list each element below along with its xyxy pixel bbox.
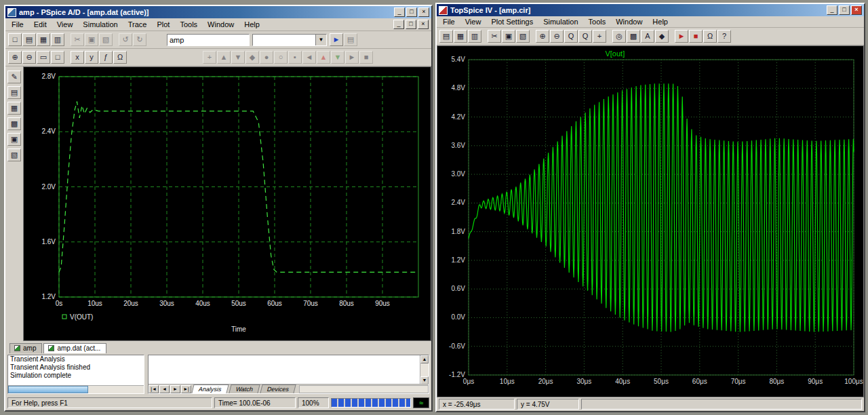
output-tab-watch[interactable]: Watch bbox=[229, 384, 260, 393]
zoom-window-icon[interactable]: Q bbox=[564, 30, 578, 43]
open-icon[interactable]: ▤ bbox=[439, 30, 453, 43]
chevron-down-icon[interactable]: ▼ bbox=[315, 35, 326, 45]
simulation-settings-icon[interactable]: Ω bbox=[703, 30, 717, 43]
pspice-waveform-plot[interactable]: 0s10us20us30us40us50us60us70us80us90us1.… bbox=[23, 66, 431, 341]
mark-voltage-icon[interactable]: ▲ bbox=[317, 51, 330, 64]
help-icon[interactable]: ? bbox=[717, 30, 731, 43]
menu-help[interactable]: Help bbox=[239, 19, 264, 30]
scroll-up-icon[interactable]: ▲ bbox=[420, 355, 429, 363]
close-button[interactable]: × bbox=[418, 7, 429, 17]
zoom-in-icon[interactable]: ⊕ bbox=[8, 51, 22, 64]
add-marker-icon[interactable]: ◆ bbox=[655, 30, 669, 43]
undo-icon[interactable]: ↺ bbox=[119, 33, 132, 46]
cut-icon[interactable]: ✂ bbox=[71, 33, 84, 46]
view-simulation-results-icon[interactable]: ▤ bbox=[344, 33, 357, 46]
menu-tools[interactable]: Tools bbox=[175, 19, 202, 30]
menu-view[interactable]: View bbox=[52, 19, 78, 30]
menu-plot[interactable]: Plot bbox=[152, 19, 174, 30]
overlay-plot-icon[interactable]: ▩ bbox=[627, 30, 640, 43]
minimize-button[interactable]: _ bbox=[827, 5, 837, 15]
menu-simulation[interactable]: Simulation bbox=[538, 16, 583, 27]
topspice-titlebar[interactable]: TopSpice IV - [amp.cir] _ □ × bbox=[437, 4, 864, 16]
menu-simulation[interactable]: Simulation bbox=[78, 19, 122, 30]
print-icon[interactable]: ▥ bbox=[468, 30, 481, 43]
status-pane-hscrollbar[interactable] bbox=[8, 385, 144, 393]
output-tabs-hscrollbar[interactable] bbox=[299, 385, 429, 393]
menu-tools[interactable]: Tools bbox=[584, 16, 611, 27]
tab-nav-arrow-icon[interactable]: ► bbox=[170, 385, 180, 393]
mdi-restore-button[interactable]: □ bbox=[406, 20, 416, 29]
zoom-full-icon[interactable]: Q bbox=[578, 30, 592, 43]
edit-schematic-icon[interactable]: ✎ bbox=[7, 71, 21, 83]
menu-help[interactable]: Help bbox=[648, 16, 673, 27]
paste-icon[interactable]: ▧ bbox=[99, 33, 113, 46]
log-x-axis-icon[interactable]: x bbox=[71, 51, 84, 64]
cursor-slope-icon[interactable]: ◆ bbox=[245, 51, 259, 64]
mdi-minimize-button[interactable]: _ bbox=[393, 20, 404, 29]
tab-amp-schematic[interactable]: amp bbox=[9, 343, 42, 353]
menu-file[interactable]: File bbox=[438, 16, 460, 27]
save-icon[interactable]: ▦ bbox=[37, 33, 50, 46]
copy-icon[interactable]: ▣ bbox=[502, 30, 515, 43]
simulation-profile-input[interactable] bbox=[167, 34, 250, 46]
open-icon[interactable]: ▤ bbox=[22, 33, 36, 46]
tab-nav-arrow-icon[interactable]: ►| bbox=[181, 385, 191, 393]
eval-measurement-icon[interactable]: ■ bbox=[359, 51, 373, 64]
print-icon[interactable]: ▥ bbox=[51, 33, 64, 46]
save-icon[interactable]: ▦ bbox=[454, 30, 467, 43]
output-pane-vscrollbar[interactable]: ▲ ▼ bbox=[420, 355, 429, 384]
output-tab-devices[interactable]: Devices bbox=[260, 384, 296, 393]
zoom-out-icon[interactable]: ⊖ bbox=[550, 30, 564, 43]
stop-simulation-icon[interactable]: ■ bbox=[689, 30, 703, 43]
menu-trace[interactable]: Trace bbox=[123, 19, 152, 30]
menu-view[interactable]: View bbox=[460, 16, 486, 27]
tab-nav-arrow-icon[interactable]: |◄ bbox=[149, 385, 159, 393]
simulation-profile-combobox[interactable]: ▼ bbox=[252, 34, 327, 46]
mark-current-icon[interactable]: ▼ bbox=[331, 51, 344, 64]
add-trace-icon[interactable]: ► bbox=[345, 51, 359, 64]
zoom-in-icon[interactable]: ⊕ bbox=[536, 30, 549, 43]
cursor-peak-icon[interactable]: ▲ bbox=[217, 51, 231, 64]
menu-file[interactable]: File bbox=[7, 19, 28, 30]
toggle-cursor-icon[interactable]: + bbox=[203, 51, 216, 64]
redo-icon[interactable]: ↻ bbox=[133, 33, 146, 46]
topspice-waveform-plot[interactable]: 0μs10μs20μs30μs40μs50μs60μs70μs80μs90μs1… bbox=[437, 45, 864, 397]
run-simulation-icon[interactable]: ► bbox=[675, 30, 688, 43]
new-icon[interactable]: □ bbox=[8, 33, 22, 46]
show-grid-icon[interactable]: ▩ bbox=[7, 117, 21, 130]
paste-icon[interactable]: ▧ bbox=[516, 30, 530, 43]
cursor-min-icon[interactable]: ● bbox=[260, 51, 273, 64]
cursor-trough-icon[interactable]: ▼ bbox=[231, 51, 245, 64]
zoom-fit-icon[interactable]: □ bbox=[51, 51, 64, 64]
menu-plot-settings[interactable]: Plot Settings bbox=[486, 16, 538, 27]
cursor-max-icon[interactable]: ○ bbox=[274, 51, 288, 64]
cursor-point-icon[interactable]: ▪ bbox=[288, 51, 302, 64]
hscrollbar-thumb[interactable] bbox=[8, 386, 88, 393]
menu-window[interactable]: Window bbox=[203, 19, 239, 30]
cut-icon[interactable]: ✂ bbox=[488, 30, 501, 43]
menu-edit[interactable]: Edit bbox=[29, 19, 52, 30]
trace-readout-icon[interactable]: ◎ bbox=[612, 30, 626, 43]
zoom-out-icon[interactable]: ⊖ bbox=[22, 51, 36, 64]
zoom-area-icon[interactable]: ▭ bbox=[37, 51, 50, 64]
mdi-close-button[interactable]: × bbox=[418, 20, 429, 29]
minimize-button[interactable]: _ bbox=[394, 7, 405, 17]
maximize-button[interactable]: □ bbox=[839, 5, 850, 15]
tab-amp-dat[interactable]: amp.dat (act... bbox=[43, 343, 106, 353]
plot-window-icon[interactable]: ▣ bbox=[7, 133, 21, 146]
tab-nav-arrow-icon[interactable]: ◄ bbox=[159, 385, 170, 393]
menu-window[interactable]: Window bbox=[611, 16, 647, 27]
close-button[interactable]: × bbox=[851, 5, 862, 15]
cursor-search-icon[interactable]: ◄ bbox=[302, 51, 316, 64]
view-netlist-icon[interactable]: ▤ bbox=[7, 86, 21, 99]
fourier-icon[interactable]: ƒ bbox=[99, 51, 113, 64]
run-simulation-icon[interactable]: ► bbox=[330, 33, 343, 46]
notes-icon[interactable]: ▧ bbox=[7, 149, 21, 161]
copy-icon[interactable]: ▣ bbox=[85, 33, 98, 46]
view-output-file-icon[interactable]: ▦ bbox=[7, 102, 21, 115]
add-text-icon[interactable]: A bbox=[641, 30, 654, 43]
performance-analysis-icon[interactable]: Ω bbox=[113, 51, 127, 64]
pspice-titlebar[interactable]: amp - PSpice A/D - [amp.dat (active)] _ … bbox=[5, 6, 431, 18]
output-tab-analysis[interactable]: Analysis bbox=[191, 384, 229, 393]
log-y-axis-icon[interactable]: y bbox=[85, 51, 98, 64]
